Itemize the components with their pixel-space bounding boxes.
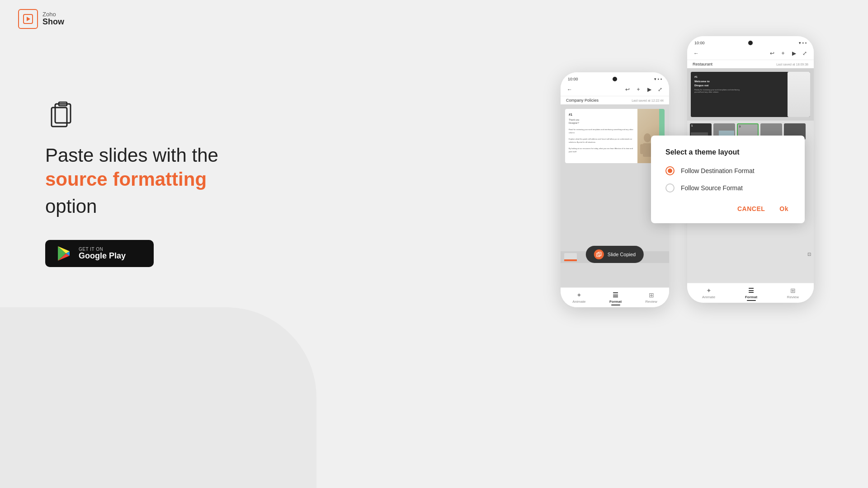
active-indicator-2 xyxy=(747,300,756,301)
format-label-2: Format xyxy=(745,295,757,299)
nav-animate-2[interactable]: ✦ Animate xyxy=(702,287,715,301)
review-label-2: Review xyxy=(787,295,799,299)
battery-icon: ▪ xyxy=(660,77,662,81)
undo-icon-2[interactable]: ↩ xyxy=(769,50,776,57)
phone1-time: 10:00 xyxy=(568,77,578,81)
signal-icon-2: ▪ xyxy=(802,41,804,45)
snackbar-text: Slide Copied xyxy=(608,252,636,257)
format-icon: ☰ xyxy=(613,291,618,299)
phone2-doc-header: Restaurant Last saved at 18:09:38 xyxy=(687,60,814,68)
review-icon: ⊞ xyxy=(649,291,654,299)
headline-part1: Paste slides with the xyxy=(45,145,218,166)
radio-destination-selected[interactable] xyxy=(665,166,675,175)
format-icon-2: ☰ xyxy=(748,287,754,294)
review-label: Review xyxy=(646,300,657,304)
headline: Paste slides with the source formatting xyxy=(45,144,218,191)
animate-icon-2: ✦ xyxy=(706,287,712,294)
share-icon-2[interactable]: ⤢ xyxy=(801,50,808,57)
phone1-last-saved: Last saved at 12:22:44 xyxy=(632,99,664,102)
option1-label: Follow Destination Format xyxy=(681,167,755,174)
logo-zoho: Zoho xyxy=(42,11,64,18)
expand-strip-icon[interactable]: ⊡ xyxy=(807,123,811,283)
svg-rect-10 xyxy=(643,143,652,157)
phone2-toolbar: ← ↩ + ▶ ⤢ xyxy=(687,47,814,60)
svg-rect-11 xyxy=(640,144,644,154)
headline-highlight: source formatting xyxy=(45,169,207,190)
animate-label-2: Animate xyxy=(702,295,715,299)
radio-source[interactable] xyxy=(665,183,675,192)
share-icon[interactable]: ⤢ xyxy=(656,86,664,93)
phone2-status-bar: 10:00 ▾ ▪ ▪ xyxy=(687,36,814,47)
logo-icon xyxy=(18,9,38,29)
phone2-last-saved: Last saved at 18:09:38 xyxy=(776,63,808,66)
ok-button[interactable]: Ok xyxy=(778,203,790,214)
nav-animate[interactable]: ✦ Animate xyxy=(572,291,585,305)
dark-slide-text: #1 Welcome to Dingus out Ready for revie… xyxy=(694,75,790,113)
phone2-camera xyxy=(748,41,753,45)
nav-review[interactable]: ⊞ Review xyxy=(646,291,657,305)
phone2-doc-title: Restaurant xyxy=(693,62,712,66)
nav-review-2[interactable]: ⊞ Review xyxy=(787,287,799,301)
phone2-time: 10:00 xyxy=(694,41,705,45)
battery-icon-2: ▪ xyxy=(805,41,807,45)
phone1-slide-preview: #1 Thank youDesigner? Read for reviewing… xyxy=(565,109,665,163)
phone2-bottom-nav[interactable]: ✦ Animate ☰ Format ⊞ Review xyxy=(687,283,814,303)
nav-format-2[interactable]: ☰ Format xyxy=(745,287,757,301)
svg-rect-2 xyxy=(52,108,67,127)
svg-rect-3 xyxy=(55,104,71,123)
google-play-icon xyxy=(56,245,72,262)
header: Zoho Show xyxy=(18,9,64,29)
format-label: Format xyxy=(609,300,622,304)
copy-icon xyxy=(594,249,604,259)
svg-marker-1 xyxy=(27,17,30,21)
left-content: Paste slides with the source formatting … xyxy=(45,99,218,267)
dialog-box: Select a theme layout Follow Destination… xyxy=(651,136,805,223)
paste-icon-graphic xyxy=(45,99,218,133)
back-arrow-icon-2[interactable]: ← xyxy=(693,50,700,57)
svg-point-9 xyxy=(644,133,651,142)
google-play-store-label: Google Play xyxy=(79,252,126,261)
play-icon[interactable]: ▶ xyxy=(646,86,653,93)
active-indicator xyxy=(611,305,620,305)
get-it-on-label: GET IT ON xyxy=(79,247,126,252)
play-icon-2[interactable]: ▶ xyxy=(790,50,797,57)
phone1-doc-header: Company Policies Last saved at 12:22:44 xyxy=(561,96,669,104)
cancel-button[interactable]: CANCEL xyxy=(736,203,767,214)
review-icon-2: ⊞ xyxy=(790,287,796,294)
slide-copied-snackbar: Slide Copied xyxy=(586,246,644,263)
google-play-button[interactable]: GET IT ON Google Play xyxy=(45,240,154,267)
phone1-doc-title: Company Policies xyxy=(566,98,599,103)
back-arrow-icon[interactable]: ← xyxy=(566,86,573,93)
animate-label: Animate xyxy=(572,300,585,304)
phone1-bottom-nav[interactable]: ✦ Animate ☰ Format ⊞ Review xyxy=(561,287,669,307)
nav-format[interactable]: ☰ Format xyxy=(609,291,622,305)
signal-icon: ▪ xyxy=(658,77,659,81)
add-icon[interactable]: + xyxy=(635,86,642,93)
option2-label: Follow Source Format xyxy=(681,184,743,192)
theme-layout-dialog: Select a theme layout Follow Destination… xyxy=(651,136,805,223)
phone1-status-bar: 10:00 ▾ ▪ ▪ xyxy=(561,72,669,83)
add-icon-2[interactable]: + xyxy=(779,50,787,57)
phone1-camera xyxy=(613,77,617,81)
wifi-icon-2: ▾ xyxy=(799,41,801,45)
white-slide-thumb xyxy=(788,72,810,117)
logo-show: Show xyxy=(42,18,64,27)
animate-icon: ✦ xyxy=(576,291,582,299)
logo-text: Zoho Show xyxy=(42,11,64,27)
phone2-status-icons: ▾ ▪ ▪ xyxy=(799,41,807,45)
phone1-status-icons: ▾ ▪ ▪ xyxy=(654,77,662,81)
phone1-toolbar: ← ↩ + ▶ ⤢ xyxy=(561,83,669,96)
radio-option-destination[interactable]: Follow Destination Format xyxy=(665,166,790,175)
dialog-actions: CANCEL Ok xyxy=(665,203,790,214)
headline-part2: option xyxy=(45,196,218,217)
dialog-title: Select a theme layout xyxy=(665,148,790,156)
radio-option-source[interactable]: Follow Source Format xyxy=(665,183,790,192)
google-play-text: GET IT ON Google Play xyxy=(79,247,126,261)
undo-icon[interactable]: ↩ xyxy=(624,86,631,93)
slide-text-column: #1 Thank youDesigner? Read for reviewing… xyxy=(565,109,637,163)
wifi-icon: ▾ xyxy=(654,77,656,81)
